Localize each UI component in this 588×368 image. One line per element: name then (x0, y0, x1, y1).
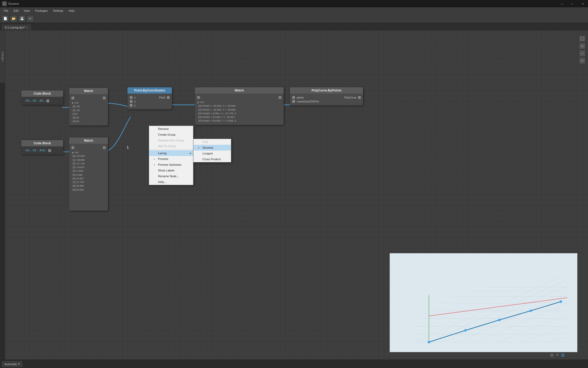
zoom-fit-button[interactable]: + (579, 58, 585, 64)
save-button[interactable]: 💾 (18, 15, 26, 22)
node-watch1[interactable]: Watch > > ▲ List [0] -50 [1] -25 [2] 0 [… (69, 88, 108, 125)
menu-view[interactable]: View (21, 7, 33, 14)
maximize-button[interactable]: □ (567, 0, 578, 7)
watch3-in-port[interactable]: > (197, 96, 200, 99)
pointbycoords-body: x Point y z (127, 94, 172, 109)
fullscreen-icon[interactable]: ⛶ (579, 36, 585, 42)
canvas-status-icons: ⊞ ≡ ⊞ (550, 353, 564, 358)
ctx-remove[interactable]: Remove (149, 126, 193, 132)
label-1: 1 (127, 145, 129, 150)
menu-edit[interactable]: Edit (11, 7, 21, 14)
watch3-out-port[interactable]: > (278, 96, 282, 99)
codeblock1-value: -50..50..#5; (24, 99, 45, 102)
svg-point-24 (560, 300, 562, 303)
codeblock1-out-port[interactable]: > (46, 99, 49, 102)
tab-lacing[interactable]: 6.1-Lacing.dyn* × (2, 24, 31, 30)
watch2-list: ▲ List [0] -50.000 [1] -38.889 [2] -27.7… (71, 150, 106, 192)
viewport-3d (389, 253, 578, 352)
statusbar: Automatic ▾ (0, 360, 588, 368)
menubar: File Edit View Packages Settings Help (0, 7, 588, 14)
watch1-out-port[interactable]: > (103, 96, 106, 100)
codeblock2-value: -50..50..#10; (24, 149, 46, 152)
minimize-button[interactable]: — (557, 0, 567, 7)
app-title: Dynamo (8, 2, 19, 5)
ctx-preview[interactable]: ✓ Preview (149, 156, 193, 162)
ctx-sep1 (149, 150, 193, 150)
node-watch3[interactable]: Watch > > ▲ List [0] Point(X = -50.000, … (195, 87, 284, 125)
codeblock2-out-port[interactable]: > (48, 149, 51, 152)
watch1-body: > > ▲ List [0] -50 [1] -25 [2] 0 [3] 25 … (69, 94, 108, 125)
canvas-icon3[interactable]: ⊞ (561, 353, 564, 358)
watch2-in-port[interactable]: > (71, 146, 74, 149)
library-panel[interactable]: Library (0, 30, 5, 83)
context-menu: Remove Create Group Remove from Group Ad… (149, 126, 193, 185)
polycurve-body: points PolyCurve connectLastToFirst (290, 94, 363, 105)
ctx-help[interactable]: Help... (149, 179, 193, 185)
ctx-preview-upstream[interactable]: ✓ Preview Upstream (149, 162, 193, 168)
close-button[interactable]: ✕ (578, 0, 588, 7)
submenu-cross-product[interactable]: Cross Product (194, 156, 231, 162)
svg-point-20 (428, 341, 430, 343)
menu-settings[interactable]: Settings (50, 7, 66, 14)
polycurve-connect-port[interactable] (292, 100, 295, 103)
ctx-create-group[interactable]: Create Group (149, 132, 193, 137)
watch2-body: > > ▲ List [0] -50.000 [1] -38.889 [2] -… (69, 144, 108, 194)
window-controls: — □ ✕ (557, 0, 588, 7)
viewport-svg (390, 253, 578, 352)
library-label: Library (1, 51, 4, 61)
ctx-lacing[interactable]: Lacing (149, 150, 193, 156)
canvas[interactable]: ⛶ + − + Code Block -50..50..#5; > (5, 30, 588, 368)
canvas-icon1[interactable]: ⊞ (550, 353, 554, 358)
node-watch2[interactable]: Watch > > ▲ List [0] -50.000 [1] -38.889… (69, 137, 108, 211)
undo-button[interactable]: ↩ (27, 15, 34, 22)
tabbar: 6.1-Lacing.dyn* × (0, 23, 588, 30)
submenu-first[interactable]: First (194, 139, 231, 145)
menu-file[interactable]: File (1, 7, 11, 14)
zoom-in-button[interactable]: + (579, 43, 585, 49)
node-codeblock2[interactable]: Code Block -50..50..#10; > (21, 140, 63, 154)
codeblock2-body: -50..50..#10; > (21, 146, 63, 154)
svg-point-22 (498, 319, 501, 321)
sub-menu-lacing: First ✓ Shortest Longest Cross Product (193, 139, 231, 162)
menu-help[interactable]: Help (66, 7, 77, 14)
submenu-longest[interactable]: Longest (194, 151, 231, 156)
polycurve-header: PolyCurve.ByPoints (290, 87, 363, 94)
toolbar: 📄 📂 💾 ↩ (0, 14, 588, 23)
polycurve-out-port[interactable] (358, 96, 361, 99)
watch1-header: Watch (69, 88, 108, 94)
menu-packages[interactable]: Packages (32, 7, 50, 14)
watch3-header: Watch (195, 87, 284, 94)
node-polycurve[interactable]: PolyCurve.ByPoints points PolyCurve conn… (290, 87, 363, 105)
watch1-in-port[interactable]: > (71, 96, 74, 100)
watch3-list: ▲ List [0] Point(X = -50.000, Y = -50.00… (197, 100, 282, 123)
node-pointbycoords[interactable]: Point.ByCoordinates x Point y z (127, 87, 172, 109)
submenu-shortest[interactable]: ✓ Shortest (194, 145, 231, 151)
canvas-icon2[interactable]: ≡ (556, 353, 558, 358)
tab-close-icon[interactable]: × (26, 26, 28, 29)
pointbycoords-point-port[interactable] (167, 96, 170, 99)
watch1-list: ▲ List [0] -50 [1] -25 [2] 0 [3] 25 [4] … (71, 100, 106, 124)
codeblock1-row: -50..50..#5; > (24, 99, 61, 102)
zoom-controls: ⛶ + − + (579, 36, 585, 64)
codeblock1-header: Code Block (21, 90, 63, 97)
ctx-rename-node[interactable]: Rename Node... (149, 173, 193, 179)
svg-point-21 (464, 329, 467, 332)
open-button[interactable]: 📂 (10, 15, 17, 22)
watch3-body: > > ▲ List [0] Point(X = -50.000, Y = -5… (195, 94, 284, 125)
codeblock2-header: Code Block (21, 140, 63, 146)
app-icon: D (2, 1, 7, 6)
watch2-out-port[interactable]: > (103, 146, 106, 149)
codeblock1-body: -50..50..#5; > (21, 97, 63, 105)
polycurve-points-port[interactable] (292, 96, 295, 99)
new-button[interactable]: 📄 (2, 15, 9, 22)
watch2-header: Watch (69, 137, 108, 144)
zoom-out-button[interactable]: − (579, 50, 585, 56)
ctx-show-labels[interactable]: Show Labels (149, 168, 193, 173)
pointbycoords-y-port[interactable] (130, 100, 133, 103)
pointbycoords-x-port[interactable] (130, 96, 133, 99)
node-codeblock1[interactable]: Code Block -50..50..#5; > (21, 90, 63, 105)
ctx-add-to-group: Add To Group (149, 143, 193, 149)
pointbycoords-z-port[interactable] (130, 104, 133, 107)
ctx-remove-from-group: Remove from Group (149, 137, 193, 143)
run-mode-dropdown[interactable]: Automatic ▾ (2, 361, 22, 367)
